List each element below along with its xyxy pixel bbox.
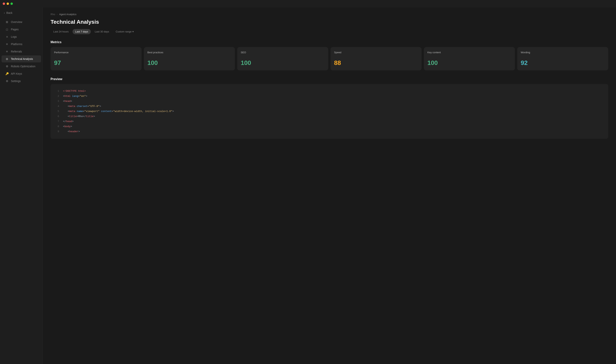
sidebar-settings-label: Settings: [11, 79, 21, 83]
metric-performance-value: 97: [54, 59, 138, 66]
code-line-2: 2 <html lang="en">: [55, 94, 603, 99]
sidebar-overview-label: Overview: [11, 20, 22, 24]
sidebar-item-technical-analysis[interactable]: ⊙ Technical Analysis: [1, 55, 41, 62]
code-line-3: 3 <head>: [55, 99, 603, 104]
breadcrumb-separator: ›: [57, 13, 58, 16]
metric-card-best-practices: Best practices 100: [144, 47, 235, 70]
titlebar: [0, 0, 616, 7]
sidebar-robots-label: Robots Optimization: [11, 65, 35, 68]
filter-30d[interactable]: Last 30 days: [92, 29, 112, 34]
close-dot[interactable]: [3, 2, 5, 5]
custom-range-label: Custom range: [116, 30, 132, 33]
breadcrumb-root: Rho: [51, 13, 55, 16]
metric-wording-value: 92: [521, 59, 605, 66]
code-content-4: <meta charset="UTF-8">: [63, 104, 101, 109]
metric-best-practices-name: Best practices: [147, 51, 231, 54]
settings-icon: ⚙: [5, 79, 9, 83]
back-label: Back: [6, 11, 13, 14]
line-num-2: 2: [55, 94, 59, 99]
metric-seo-value: 100: [241, 59, 325, 66]
metric-key-content-name: Key content: [427, 51, 511, 54]
sidebar: ‹ Back ⊞ Overview ◻ Pages ≡ Logs ✳ Platf…: [0, 7, 43, 364]
code-content-2: <html lang="en">: [63, 94, 87, 99]
technical-analysis-icon: ⊙: [5, 57, 9, 61]
sidebar-item-robots-optimization[interactable]: ⚙ Robots Optimization: [1, 63, 41, 70]
sidebar-item-pages[interactable]: ◻ Pages: [1, 26, 41, 33]
metrics-grid: Performance 97 Best practices 100 SEO 10…: [51, 47, 608, 70]
line-num-8: 8: [55, 124, 59, 129]
filter-24h[interactable]: Last 24 hours: [51, 29, 71, 34]
line-num-1: 1: [55, 89, 59, 94]
sidebar-pages-label: Pages: [11, 28, 19, 31]
sidebar-api-keys-label: API Keys: [11, 72, 22, 75]
metric-card-performance: Performance 97: [51, 47, 141, 70]
code-content-9: <header>: [63, 129, 80, 134]
metric-card-speed: Speed 88: [331, 47, 422, 70]
line-num-9: 9: [55, 129, 59, 134]
sidebar-technical-analysis-label: Technical Analysis: [11, 57, 33, 61]
metric-performance-name: Performance: [54, 51, 138, 54]
sidebar-item-overview[interactable]: ⊞ Overview: [1, 18, 41, 26]
metric-card-wording: Wording 92: [517, 47, 608, 70]
metric-speed-name: Speed: [334, 51, 418, 54]
metric-card-seo: SEO 100: [237, 47, 328, 70]
maximize-dot[interactable]: [11, 2, 13, 5]
sidebar-logs-label: Logs: [11, 35, 17, 38]
logs-icon: ≡: [5, 35, 9, 38]
code-content-8: <body>: [63, 124, 72, 129]
time-filters: Last 24 hours Last 7 days Last 30 days C…: [51, 29, 608, 34]
code-line-8: 8 <body>: [55, 124, 603, 129]
overview-icon: ⊞: [5, 20, 9, 24]
line-num-6: 6: [55, 114, 59, 119]
breadcrumb: Rho › Agent Analytics: [51, 13, 608, 16]
app-layout: ‹ Back ⊞ Overview ◻ Pages ≡ Logs ✳ Platf…: [0, 7, 616, 364]
code-line-6: 6 <title>Rho</title>: [55, 114, 603, 119]
sidebar-platforms-label: Platforms: [11, 43, 22, 46]
metric-seo-name: SEO: [241, 51, 325, 54]
sidebar-item-referrals[interactable]: ✳ Referrals: [1, 48, 41, 55]
metric-wording-name: Wording: [521, 51, 605, 54]
sidebar-item-platforms[interactable]: ✳ Platforms: [1, 41, 41, 48]
metric-best-practices-value: 100: [147, 59, 231, 66]
metric-speed-value: 88: [334, 59, 418, 66]
code-content-1: <!DOCTYPE html>: [63, 89, 86, 94]
code-line-1: 1 <!DOCTYPE html>: [55, 89, 603, 94]
api-keys-icon: 🔑: [5, 72, 9, 75]
dropdown-icon: ▾: [132, 30, 134, 33]
preview-title: Preview: [51, 78, 608, 81]
metrics-section: Metrics Performance 97 Best practices 10…: [51, 40, 608, 70]
code-line-7: 7 </head>: [55, 119, 603, 124]
filter-7d[interactable]: Last 7 days: [73, 29, 91, 34]
metric-key-content-value: 100: [427, 59, 511, 66]
back-icon: ‹: [4, 11, 5, 14]
line-num-4: 4: [55, 104, 59, 109]
code-content-5: <meta name="viewport" content="width=dev…: [63, 109, 174, 114]
preview-section: Preview 1 <!DOCTYPE html> 2 <html lang="…: [51, 78, 608, 139]
line-num-7: 7: [55, 119, 59, 124]
page-title: Technical Analysis: [51, 19, 608, 25]
code-content-3: <head>: [63, 99, 72, 104]
minimize-dot[interactable]: [7, 2, 9, 5]
platforms-icon: ✳: [5, 43, 9, 46]
back-button[interactable]: ‹ Back: [0, 9, 43, 16]
code-content-7: </head>: [63, 119, 74, 124]
code-line-9: 9 <header>: [55, 129, 603, 134]
metrics-title: Metrics: [51, 40, 608, 44]
metric-card-key-content: Key content 100: [424, 47, 515, 70]
sidebar-item-api-keys[interactable]: 🔑 API Keys: [1, 70, 41, 77]
breadcrumb-current: Agent Analytics: [59, 13, 77, 16]
filter-custom-range[interactable]: Custom range ▾: [113, 29, 137, 34]
code-line-4: 4 <meta charset="UTF-8">: [55, 104, 603, 109]
sidebar-item-logs[interactable]: ≡ Logs: [1, 33, 41, 40]
line-num-5: 5: [55, 109, 59, 114]
pages-icon: ◻: [5, 28, 9, 31]
main-content: Rho › Agent Analytics Technical Analysis…: [43, 7, 616, 364]
sidebar-item-settings[interactable]: ⚙ Settings: [1, 78, 41, 85]
referrals-icon: ✳: [5, 50, 9, 53]
code-line-5: 5 <meta name="viewport" content="width=d…: [55, 109, 603, 114]
robots-icon: ⚙: [5, 65, 9, 68]
line-num-3: 3: [55, 99, 59, 104]
sidebar-referrals-label: Referrals: [11, 50, 22, 53]
code-content-6: <title>Rho</title>: [63, 114, 95, 119]
preview-code-box: 1 <!DOCTYPE html> 2 <html lang="en"> 3 <…: [51, 84, 608, 139]
